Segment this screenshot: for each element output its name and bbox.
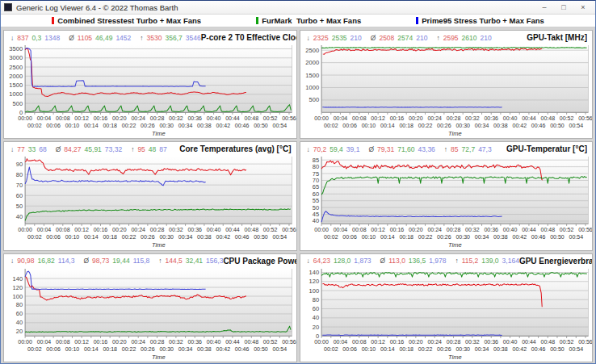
stat-value: 115,2 xyxy=(462,257,479,265)
svg-text:00:48: 00:48 xyxy=(540,339,555,345)
chart-panel: ↓90,9816,82114,3Ø98,7319,44115,8↑144,532… xyxy=(3,253,297,362)
svg-text:00:54: 00:54 xyxy=(273,346,288,352)
svg-text:120: 120 xyxy=(13,284,23,291)
stat-value: 39,1 xyxy=(346,145,360,153)
svg-text:00:42: 00:42 xyxy=(216,346,230,352)
stat-value: 59,4 xyxy=(329,145,343,153)
svg-text:20: 20 xyxy=(16,328,23,335)
charts-grid: ↓8370,31348Ø110546,491452↑3530356,73546 … xyxy=(1,27,595,364)
svg-text:00:54: 00:54 xyxy=(273,234,288,240)
svg-text:80: 80 xyxy=(312,164,318,171)
chart-plot[interactable]: 050010001500200025003000350000:0000:0200… xyxy=(4,43,296,138)
stat-value: 48 xyxy=(149,145,156,153)
svg-text:00:26: 00:26 xyxy=(141,234,155,240)
stat-value: 210 xyxy=(481,34,492,42)
svg-text:00:00: 00:00 xyxy=(18,339,32,345)
svg-text:00:30: 00:30 xyxy=(159,346,174,352)
svg-text:55: 55 xyxy=(312,198,318,205)
stat-group: ↑8572,747,3 xyxy=(444,145,492,153)
svg-text:00:32: 00:32 xyxy=(465,339,480,345)
svg-text:00:16: 00:16 xyxy=(94,339,108,345)
stat-symbol-icon: ↓ xyxy=(10,34,14,42)
stat-value: 136,5 xyxy=(409,257,426,265)
chart-panel: ↓70,259,439,1Ø79,3171,6043,36↑8572,747,3… xyxy=(300,141,594,250)
svg-text:00:54: 00:54 xyxy=(569,234,583,240)
svg-text:00:48: 00:48 xyxy=(244,115,258,121)
svg-text:85: 85 xyxy=(312,157,318,164)
svg-text:00:20: 00:20 xyxy=(112,115,127,121)
chart-plot[interactable]: 4045505560657075808500:0000:0200:0400:06… xyxy=(300,154,593,249)
svg-text:00:42: 00:42 xyxy=(216,123,230,128)
stat-group: ↓64,23128,01,873 xyxy=(307,257,371,265)
chart-plot[interactable]: 2040608010012014000:0000:0200:0400:0600:… xyxy=(4,266,296,362)
svg-text:00:52: 00:52 xyxy=(263,115,278,121)
svg-text:00:20: 00:20 xyxy=(409,115,423,121)
svg-text:00:42: 00:42 xyxy=(512,346,527,352)
minimize-button[interactable]: – xyxy=(535,2,553,13)
svg-text:00:14: 00:14 xyxy=(380,123,395,128)
stat-value: 2325 xyxy=(313,34,329,42)
svg-text:00:12: 00:12 xyxy=(74,339,89,345)
window-controls: – □ × xyxy=(535,2,592,13)
svg-text:00:06: 00:06 xyxy=(342,346,357,352)
svg-text:00:00: 00:00 xyxy=(314,115,329,121)
svg-text:60: 60 xyxy=(16,310,23,317)
svg-text:00:24: 00:24 xyxy=(427,228,442,233)
svg-text:120: 120 xyxy=(308,278,319,285)
svg-text:00:06: 00:06 xyxy=(46,123,61,128)
close-button[interactable]: × xyxy=(574,2,592,13)
svg-text:00:02: 00:02 xyxy=(27,234,42,240)
svg-text:00:54: 00:54 xyxy=(569,123,583,128)
svg-text:00:12: 00:12 xyxy=(74,115,89,121)
legend-label: FurMark Turbo + Max Fans xyxy=(262,16,361,25)
stat-group: ↑144,532,41156,3 xyxy=(158,257,223,265)
stat-value: 68 xyxy=(39,145,46,153)
maximize-button[interactable]: □ xyxy=(555,2,573,13)
svg-text:00:20: 00:20 xyxy=(409,339,423,345)
chart-stats: ↓23252535210Ø25082574210↑25952610210 xyxy=(307,34,492,42)
stat-value: 95 xyxy=(137,145,145,153)
chart-plot[interactable]: 02040608010012014000:0000:0200:0400:0600… xyxy=(300,266,593,362)
stat-symbol-icon: ↓ xyxy=(307,34,310,42)
svg-text:00:38: 00:38 xyxy=(493,234,508,240)
stat-group: ↓70,259,439,1 xyxy=(307,145,360,153)
svg-text:00:04: 00:04 xyxy=(333,339,347,345)
svg-text:90: 90 xyxy=(16,161,23,168)
chart-plot[interactable]: 40506070809000:0000:0200:0400:0600:0800:… xyxy=(4,154,296,249)
stat-value: 98,73 xyxy=(92,257,109,265)
svg-text:00:10: 00:10 xyxy=(361,346,376,352)
chart-stats: ↓773368Ø84,2745,9173,32↑954887 xyxy=(10,145,167,153)
svg-text:00:14: 00:14 xyxy=(380,234,395,240)
svg-text:1000: 1000 xyxy=(9,90,23,98)
stat-value: 19,44 xyxy=(112,257,129,265)
svg-text:00:38: 00:38 xyxy=(197,346,212,352)
svg-text:00:08: 00:08 xyxy=(352,115,367,121)
svg-text:00:06: 00:06 xyxy=(342,234,357,240)
svg-text:00:22: 00:22 xyxy=(122,123,136,128)
svg-text:80: 80 xyxy=(16,301,23,308)
stat-value: 90,98 xyxy=(17,257,34,265)
stat-value: 3546 xyxy=(186,34,201,42)
svg-text:00:28: 00:28 xyxy=(150,228,165,233)
svg-text:00:16: 00:16 xyxy=(94,115,108,121)
svg-text:1000: 1000 xyxy=(305,84,319,91)
svg-text:00:56: 00:56 xyxy=(578,228,592,233)
svg-text:00:50: 00:50 xyxy=(254,123,268,128)
svg-text:00:36: 00:36 xyxy=(484,115,498,121)
svg-text:00:24: 00:24 xyxy=(131,115,145,121)
svg-text:00:20: 00:20 xyxy=(112,339,127,345)
svg-text:Time: Time xyxy=(152,130,166,137)
stat-group: ↓8370,31348 xyxy=(10,34,60,42)
stat-symbol-icon: ↑ xyxy=(455,257,458,265)
svg-text:00:20: 00:20 xyxy=(409,228,423,233)
stat-value: 46,49 xyxy=(95,34,112,42)
stat-value: 71,60 xyxy=(397,145,414,153)
svg-text:00:24: 00:24 xyxy=(131,228,145,233)
svg-text:00:52: 00:52 xyxy=(263,228,278,233)
svg-text:70: 70 xyxy=(16,182,23,189)
svg-text:00:48: 00:48 xyxy=(244,228,258,233)
chart-plot[interactable]: 500100015002000250000:0000:0200:0400:060… xyxy=(300,43,593,138)
svg-text:00:34: 00:34 xyxy=(474,123,489,128)
svg-text:00:10: 00:10 xyxy=(361,123,376,128)
stat-value: 156,3 xyxy=(206,257,223,265)
